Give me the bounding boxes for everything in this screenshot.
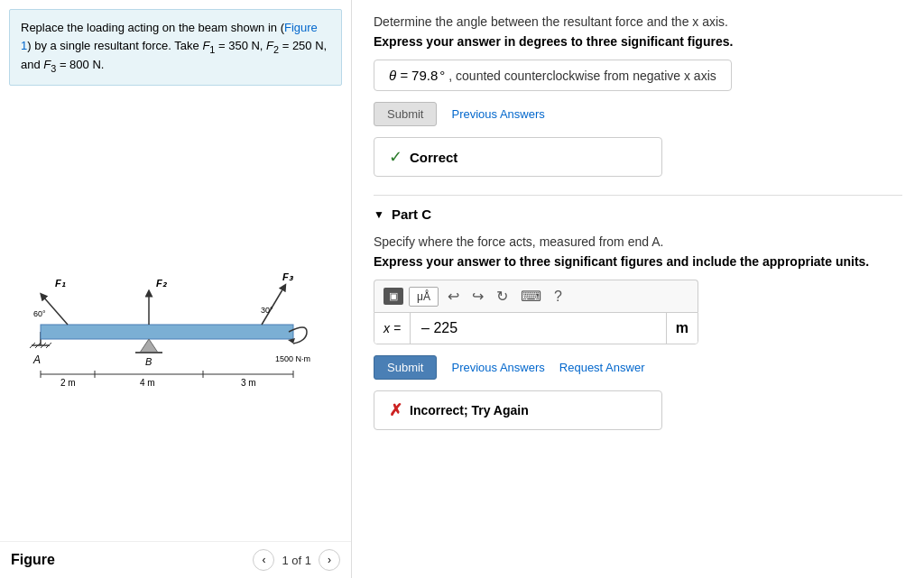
part-b-prev-answers-button[interactable]: Previous Answers (451, 107, 544, 121)
undo-icon: ↩ (448, 289, 459, 304)
refresh-icon: ↻ (496, 289, 508, 304)
svg-text:F₃: F₃ (282, 271, 294, 282)
input-unit: m (666, 313, 698, 344)
help-button[interactable]: ? (550, 287, 566, 307)
svg-text:4 m: 4 m (140, 378, 155, 388)
input-x-label: x = (374, 313, 411, 344)
answer-value: 79.8 (411, 68, 438, 83)
part-c-title: Part C (392, 206, 431, 222)
matrix-icon: ▣ (389, 290, 398, 302)
part-c-incorrect-box: ✗ Incorrect; Try Again (374, 390, 662, 430)
input-toolbar: ▣ μÅ ↩ ↪ ↻ ⌨ ? (374, 280, 698, 312)
part-c-header[interactable]: ▼ Part C (374, 206, 902, 222)
refresh-button[interactable]: ↻ (493, 286, 512, 307)
section-divider (374, 195, 902, 196)
left-panel: Replace the loading acting on the beam s… (0, 0, 352, 578)
input-row: x = m (374, 312, 698, 344)
right-panel: Determine the angle between the resultan… (352, 0, 924, 578)
redo-button[interactable]: ↪ (468, 286, 487, 307)
figure-next-button[interactable]: › (319, 549, 340, 571)
figure-navigation: ‹ 1 of 1 › (253, 549, 340, 571)
answer-desc: , counted counterclockwise from negative… (448, 69, 716, 83)
svg-text:B: B (145, 356, 152, 367)
part-c-request-answer-button[interactable]: Request Answer (559, 361, 645, 374)
keyboard-icon: ⌨ (521, 289, 541, 304)
svg-text:F₁: F₁ (55, 278, 66, 289)
figure-title: Figure (11, 552, 55, 568)
svg-text:2 m: 2 m (60, 378, 76, 388)
svg-text:F₂: F₂ (156, 278, 168, 289)
part-c-arrow-icon: ▼ (374, 208, 384, 221)
beam-diagram: A B 2 m 4 m 3 m F₁ 60° (23, 246, 329, 390)
svg-text:30°: 30° (261, 306, 273, 315)
svg-marker-8 (140, 339, 158, 353)
svg-rect-7 (41, 325, 293, 339)
part-c-prev-answers-button[interactable]: Previous Answers (451, 361, 544, 374)
correct-label: Correct (410, 150, 457, 165)
part-c-submit-row: Submit Previous Answers Request Answer (374, 355, 902, 380)
figure-count: 1 of 1 (282, 554, 311, 567)
redo-icon: ↪ (472, 289, 484, 304)
part-b-bold: Express your answer in degrees to three … (374, 34, 902, 49)
figure-header: Figure ‹ 1 of 1 › (0, 541, 351, 578)
part-b-submit-button[interactable]: Submit (374, 102, 437, 126)
part-b-answer-box: θ = 79.8 ° , counted counterclockwise fr… (374, 60, 732, 91)
mu-icon: μÅ (417, 290, 430, 303)
incorrect-x-icon: ✗ (389, 400, 402, 420)
help-icon: ? (554, 289, 562, 304)
undo-button[interactable]: ↩ (444, 286, 463, 307)
keyboard-button[interactable]: ⌨ (517, 286, 545, 307)
part-b-submit-row: Submit Previous Answers (374, 102, 902, 126)
part-c-intro: Specify where the force acts, measured f… (374, 234, 902, 249)
answer-unit: ° (439, 68, 445, 83)
svg-line-21 (42, 296, 68, 325)
svg-text:60°: 60° (33, 309, 46, 318)
part-b-intro: Determine the angle between the resultan… (374, 14, 902, 29)
incorrect-label: Incorrect; Try Again (410, 403, 529, 417)
part-c-bold: Express your answer to three significant… (374, 254, 902, 269)
answer-theta: θ = (389, 68, 408, 83)
svg-text:3 m: 3 m (241, 378, 256, 388)
x-input[interactable] (411, 313, 666, 344)
problem-statement: Replace the loading acting on the beam s… (9, 9, 342, 86)
correct-checkmark-icon: ✓ (389, 147, 402, 167)
mu-button[interactable]: μÅ (409, 287, 439, 307)
svg-text:A: A (32, 353, 41, 366)
svg-text:1500 N·m: 1500 N·m (275, 354, 310, 363)
matrix-button[interactable]: ▣ (383, 288, 403, 305)
part-c-input-container: ▣ μÅ ↩ ↪ ↻ ⌨ ? x = m (374, 280, 698, 344)
part-b-correct-box: ✓ Correct (374, 137, 662, 177)
figure-image: A B 2 m 4 m 3 m F₁ 60° (0, 95, 351, 541)
part-c-submit-button[interactable]: Submit (374, 355, 437, 380)
figure-prev-button[interactable]: ‹ (253, 549, 274, 571)
